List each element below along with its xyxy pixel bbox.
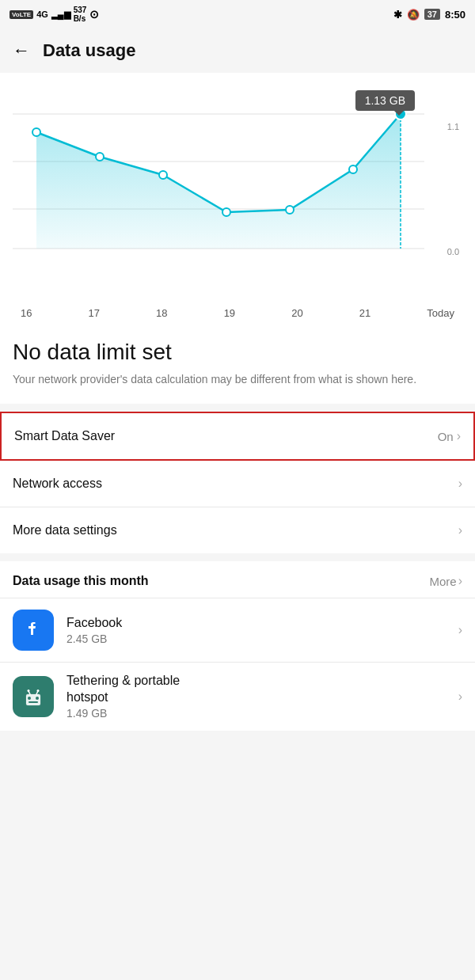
more-chevron: › bbox=[458, 574, 462, 588]
network-access-label: Network access bbox=[13, 477, 102, 491]
x-axis: 16 17 18 19 20 21 Today bbox=[13, 304, 462, 327]
usage-section: Data usage this month More › Facebook 2.… bbox=[0, 561, 475, 731]
facebook-info: Facebook 2.45 GB bbox=[66, 616, 458, 645]
x-label-today: Today bbox=[427, 307, 454, 319]
chart-section: 1.13 GB 1.1 bbox=[0, 73, 475, 327]
svg-point-8 bbox=[159, 171, 167, 179]
status-bar: VoLTE 4G ▂▄▆ 537 B/s ⊙ ✱ 🔕 37 8:50 bbox=[0, 0, 475, 28]
svg-marker-5 bbox=[36, 114, 401, 249]
svg-point-7 bbox=[96, 153, 104, 161]
hotspot-info: Tethering & portable hotspot 1.49 GB bbox=[66, 674, 458, 720]
network-access-chevron: › bbox=[458, 477, 462, 491]
status-left: VoLTE 4G ▂▄▆ 537 B/s ⊙ bbox=[10, 6, 99, 23]
network-access-chevron-wrap: › bbox=[458, 477, 462, 491]
chart-tooltip: 1.13 GB bbox=[355, 90, 415, 111]
battery-icon: 37 bbox=[424, 9, 440, 20]
svg-point-11 bbox=[349, 165, 357, 173]
no-limit-subtitle: Your network provider's data calculation… bbox=[13, 371, 462, 388]
svg-point-19 bbox=[28, 689, 30, 692]
svg-point-14 bbox=[28, 697, 31, 700]
top-bar: ← Data usage bbox=[0, 28, 475, 73]
svg-rect-16 bbox=[28, 701, 38, 703]
mute-icon: 🔕 bbox=[407, 9, 420, 21]
more-data-settings-chevron-wrap: › bbox=[458, 523, 462, 537]
svg-point-10 bbox=[286, 206, 294, 214]
more-button[interactable]: More › bbox=[429, 574, 462, 588]
more-data-settings-chevron: › bbox=[458, 523, 462, 537]
hotspot-name-line1: Tethering & portable bbox=[66, 674, 458, 688]
hotspot-name-line2: hotspot bbox=[66, 690, 458, 705]
network-access-item[interactable]: Network access › bbox=[0, 461, 475, 507]
x-label-18: 18 bbox=[156, 307, 167, 319]
page-title: Data usage bbox=[43, 40, 135, 61]
info-section: No data limit set Your network provider'… bbox=[0, 327, 475, 404]
svg-rect-13 bbox=[26, 694, 40, 705]
facebook-app-item[interactable]: Facebook 2.45 GB › bbox=[0, 598, 475, 662]
settings-section: Smart Data Saver On › Network access › M… bbox=[0, 412, 475, 553]
smart-data-saver-value: On bbox=[438, 430, 454, 443]
x-label-20: 20 bbox=[291, 307, 302, 319]
x-label-17: 17 bbox=[89, 307, 100, 319]
smart-data-saver-label: Smart Data Saver bbox=[14, 429, 115, 443]
svg-point-9 bbox=[222, 208, 230, 216]
x-label-19: 19 bbox=[224, 307, 235, 319]
more-label: More bbox=[429, 575, 456, 588]
network-type: 4G bbox=[36, 9, 48, 19]
hotspot-icon bbox=[13, 676, 54, 717]
x-label-21: 21 bbox=[359, 307, 370, 319]
hotspot-app-item[interactable]: Tethering & portable hotspot 1.49 GB › bbox=[0, 662, 475, 731]
svg-point-6 bbox=[32, 128, 40, 136]
facebook-usage: 2.45 GB bbox=[66, 632, 458, 645]
data-speed: 537 B/s bbox=[74, 6, 87, 23]
back-button[interactable]: ← bbox=[13, 40, 30, 61]
facebook-name: Facebook bbox=[66, 616, 458, 630]
more-data-settings-label: More data settings bbox=[13, 523, 117, 537]
x-label-16: 16 bbox=[21, 307, 32, 319]
svg-point-20 bbox=[37, 689, 40, 692]
time-display: 8:50 bbox=[445, 9, 466, 21]
facebook-chevron: › bbox=[458, 623, 462, 637]
bluetooth-icon: ✱ bbox=[393, 9, 402, 21]
usage-header: Data usage this month More › bbox=[0, 561, 475, 598]
svg-point-15 bbox=[36, 697, 39, 700]
more-data-settings-item[interactable]: More data settings › bbox=[0, 507, 475, 553]
y-axis-top: 1.1 bbox=[447, 122, 459, 131]
sim-icon: ⊙ bbox=[89, 8, 99, 21]
smart-data-saver-status: On › bbox=[438, 429, 461, 443]
hotspot-chevron: › bbox=[458, 689, 462, 704]
volte-badge: VoLTE bbox=[10, 10, 33, 19]
facebook-icon bbox=[13, 610, 54, 651]
signal-bars: ▂▄▆ bbox=[51, 9, 70, 20]
chart-container: 1.13 GB 1.1 bbox=[13, 82, 462, 304]
usage-section-title: Data usage this month bbox=[13, 574, 149, 588]
hotspot-usage: 1.49 GB bbox=[66, 707, 458, 720]
status-right: ✱ 🔕 37 8:50 bbox=[393, 9, 466, 21]
smart-data-saver-chevron: › bbox=[457, 429, 461, 443]
smart-data-saver-item[interactable]: Smart Data Saver On › bbox=[0, 412, 475, 461]
y-axis-bottom: 0.0 bbox=[447, 247, 459, 256]
no-limit-title: No data limit set bbox=[13, 340, 462, 365]
